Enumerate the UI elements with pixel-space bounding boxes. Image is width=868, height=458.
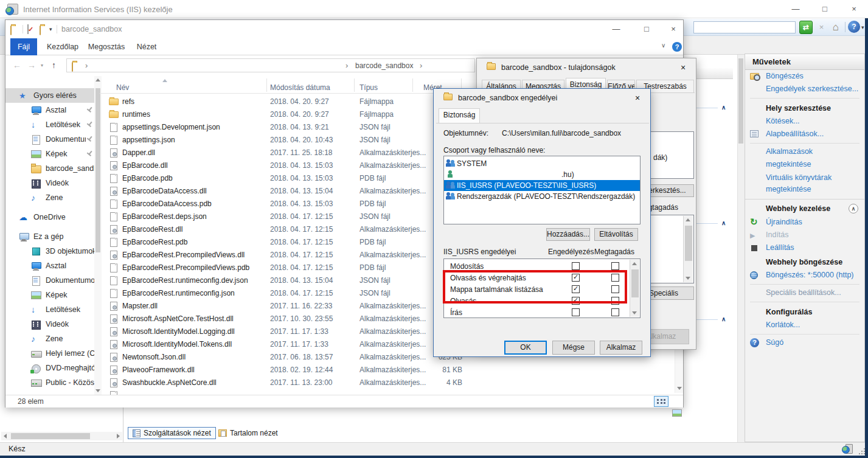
deny-checkbox[interactable] [611, 308, 619, 316]
scroll-left-icon[interactable] [4, 434, 7, 439]
column-divider[interactable] [354, 78, 355, 92]
action-label[interactable]: Kötések... [766, 117, 800, 125]
up-icon[interactable]: ↑ [52, 60, 56, 70]
action-label[interactable]: Újraindítás [766, 218, 802, 226]
column-header-name[interactable]: Név [116, 83, 129, 92]
acl-group-row[interactable]: IIS_IUSRS (PLAVEOO-TESZT\IIS_IUSRS) [444, 180, 640, 191]
sidebar-item[interactable]: Videók [5, 176, 98, 190]
sidebar-item[interactable]: Asztal [5, 258, 98, 273]
sidebar-item[interactable]: Videók [5, 317, 98, 331]
sidebar-item[interactable]: Asztal [5, 103, 98, 117]
action-label[interactable]: Korlátok... [766, 321, 800, 329]
action-label[interactable]: Webhely böngészése [766, 258, 842, 266]
scroll-down-icon[interactable] [677, 387, 682, 390]
action-label[interactable]: Súgó [766, 338, 783, 347]
help-icon[interactable] [848, 21, 860, 33]
sidebar-item[interactable]: 3D objektumok [5, 244, 98, 258]
close-icon[interactable] [670, 58, 696, 77]
acl-group-row[interactable]: SYSTEM [444, 158, 640, 169]
refresh-connection-icon[interactable] [799, 21, 813, 34]
ok-button[interactable]: OK [504, 341, 547, 355]
column-header-type[interactable]: Típus [359, 83, 378, 92]
tab-home[interactable]: Kezdőlap [43, 38, 82, 55]
sidebar-item[interactable]: Letöltések [5, 117, 98, 132]
scrollbar-thumb[interactable] [11, 433, 90, 439]
action-label[interactable]: Speciális beállítások... [766, 288, 841, 297]
action-label[interactable]: Böngészés [766, 72, 804, 80]
tab-features-view[interactable]: Szolgáltatások nézet [128, 427, 216, 439]
back-icon[interactable]: ← [13, 60, 21, 70]
apply-button[interactable]: Alkalmaz [600, 341, 642, 355]
scroll-down-icon[interactable] [632, 311, 637, 314]
column-divider[interactable] [412, 78, 413, 92]
sidebar-item[interactable]: Public - Közös (K [5, 375, 98, 390]
iis-address-field[interactable] [693, 21, 796, 33]
sidebar-item[interactable]: Helyi lemez (C:) [5, 346, 98, 361]
scroll-right-icon[interactable] [117, 434, 120, 439]
action-label[interactable]: Alkalmazások megtekintése [766, 147, 813, 168]
sidebar-item[interactable]: Ez a gép [5, 229, 98, 244]
collapse-group-icon[interactable] [721, 316, 726, 322]
address-bar[interactable]: barcode_sandbox [66, 58, 475, 72]
sidebar-item[interactable]: barcode_sandbox [5, 161, 98, 176]
file-row[interactable]: PlaveooFramework.dll 2018. 02. 19. 12:44… [100, 364, 675, 376]
chevron-down-icon[interactable] [861, 24, 864, 30]
close-icon[interactable] [625, 89, 650, 107]
action-label[interactable]: Indítás [766, 231, 789, 239]
action-label[interactable]: Engedélyek szerkesztése... [766, 85, 858, 93]
tab-share[interactable]: Megosztás [86, 38, 127, 55]
tab-security[interactable]: Biztonság [439, 108, 480, 123]
tab-content-view[interactable]: Tartalom nézet [214, 427, 282, 439]
file-row[interactable] [100, 389, 675, 395]
scroll-up-icon[interactable] [632, 262, 637, 265]
action-label[interactable]: Webhely kezelése [766, 204, 830, 213]
file-row[interactable]: Swashbuckle.AspNetCore.dll 2017. 11. 13.… [100, 376, 675, 389]
acl-group-row[interactable]: Rendszergazdák (PLAVEOO-TESZT\Rendszerga… [444, 191, 640, 202]
recent-locations-icon[interactable]: ▾ [41, 63, 43, 68]
breadcrumb-chevron-icon[interactable] [420, 61, 422, 70]
explorer-close-button[interactable]: × [662, 20, 684, 38]
explorer-minimize-button[interactable]: — [604, 20, 628, 38]
action-label[interactable]: Virtuális könyvtárak megtekintése [766, 173, 832, 193]
sidebar-item[interactable]: Zene [5, 331, 98, 346]
breadcrumb-chevron-icon[interactable] [345, 61, 348, 70]
remove-button[interactable]: Eltávolítás [594, 228, 638, 241]
scrollbar-thumb[interactable] [631, 269, 639, 297]
deny-checkbox[interactable] [611, 262, 619, 270]
iis-minimize-button[interactable]: — [783, 0, 808, 18]
column-header-date[interactable]: Módosítás dátuma [270, 83, 330, 92]
customize-qat-icon[interactable]: ▾ [49, 26, 52, 32]
acl-group-row[interactable]: .hu) [444, 169, 640, 180]
permission-row[interactable]: Írás [444, 307, 640, 319]
action-label[interactable]: Konfigurálás [766, 308, 812, 316]
allow-checkbox[interactable] [572, 308, 580, 316]
breadcrumb-chevron-icon[interactable] [85, 61, 88, 70]
tab-file[interactable]: Fájl [10, 38, 37, 55]
breadcrumb-segment[interactable]: barcode_sandbox [355, 61, 413, 70]
scrollbar-thumb[interactable] [738, 58, 743, 144]
collapse-group-icon[interactable] [721, 105, 726, 111]
home-icon[interactable] [829, 20, 842, 34]
action-label[interactable]: Hely szerkesztése [766, 104, 831, 113]
sidebar-item[interactable]: Gyors elérés [5, 88, 98, 103]
scrollbar-thumb[interactable] [685, 226, 692, 261]
iis-maximize-button[interactable]: □ [813, 0, 837, 18]
properties-shortcut-icon[interactable] [27, 24, 29, 34]
action-label[interactable]: Leállítás [766, 243, 794, 252]
sidebar-item[interactable]: OneDrive [5, 210, 98, 224]
sidebar-item[interactable]: Dokumentumok [5, 132, 98, 147]
explorer-maximize-button[interactable]: □ [634, 20, 659, 38]
scroll-up-icon[interactable] [686, 218, 690, 221]
minimize-ribbon-icon[interactable] [661, 42, 665, 49]
forward-icon[interactable]: → [27, 60, 36, 70]
collapse-group-icon[interactable] [721, 220, 726, 226]
allow-checkbox[interactable] [572, 262, 580, 270]
add-button[interactable]: Hozzáadás... [546, 228, 590, 241]
sidebar-item[interactable]: Zene [5, 190, 98, 205]
action-label[interactable]: Böngészés: *:50000 (http) [766, 271, 854, 279]
sidebar-item[interactable]: Képek [5, 288, 98, 302]
resize-grip[interactable] [858, 447, 865, 454]
cancel-button[interactable]: Mégse [552, 341, 595, 355]
new-folder-icon[interactable] [40, 26, 41, 35]
explorer-help-icon[interactable] [672, 42, 682, 52]
